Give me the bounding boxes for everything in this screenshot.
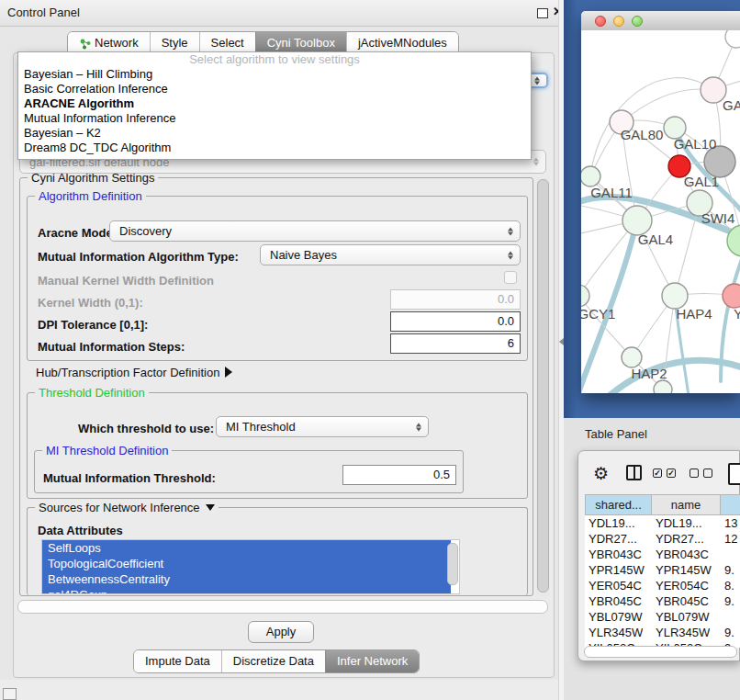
minimize-window-icon[interactable]: [613, 16, 624, 27]
combo-arrows-icon: [533, 158, 539, 166]
unchecked-box-icon[interactable]: [703, 469, 712, 478]
control-panel: Control Panel ✕ NetworkStyleSelectCyni T…: [0, 0, 564, 680]
algorithm-dropdown-popup: Select algorithm to view settings Bayesi…: [17, 51, 532, 160]
table-row[interactable]: YPR145WYPR145W9.: [585, 562, 740, 578]
network-node[interactable]: [723, 284, 740, 308]
algorithm-option[interactable]: Bayesian – K2: [18, 126, 531, 141]
table-body: YDL19...YDL19...13YDR27...YDR27...12YBR0…: [585, 515, 740, 648]
checked-box-icon[interactable]: ✓: [667, 469, 676, 478]
network-node[interactable]: [581, 285, 589, 307]
table-row[interactable]: YBR045CYBR045C9.: [585, 593, 740, 609]
network-node[interactable]: [581, 166, 600, 186]
network-node[interactable]: [725, 30, 740, 48]
network-node-label: GAL1: [684, 174, 719, 189]
manual-kernel-checkbox[interactable]: [504, 271, 517, 284]
table-cell[interactable]: 13: [724, 515, 737, 531]
network-edge: [622, 89, 713, 122]
mi-steps-field[interactable]: 6: [390, 333, 521, 354]
attribute-list-item[interactable]: SelfLoops: [42, 540, 451, 556]
algorithm-option[interactable]: Dream8 DC_TDC Algorithm: [18, 141, 531, 155]
attribute-list-item[interactable]: gal4RGexp: [42, 587, 451, 594]
table-cell[interactable]: YDR27...: [589, 531, 637, 547]
gear-icon[interactable]: ⚙: [593, 466, 609, 482]
table-cell[interactable]: YLR345W: [589, 625, 643, 640]
table-panel: Table Panel ⚙ ✓ ✓ shared...name YDL19...…: [564, 418, 740, 700]
table-column-header[interactable]: shared...: [585, 494, 652, 515]
algorithm-option[interactable]: ARACNE Algorithm: [18, 96, 531, 111]
algorithm-option[interactable]: Basic Correlation Inference: [18, 82, 531, 96]
table-cell[interactable]: YBR045C: [656, 593, 709, 609]
table-panel-title: Table Panel: [585, 427, 647, 441]
table-cell[interactable]: YER054C: [589, 578, 642, 593]
kernel-width-field[interactable]: 0.0: [390, 289, 521, 310]
tab-discretize-data[interactable]: Discretize Data: [221, 650, 325, 672]
table-cell[interactable]: 12: [724, 531, 737, 547]
table-cell[interactable]: 9.: [724, 625, 734, 640]
algorithm-option[interactable]: Bayesian – Hill Climbing: [18, 67, 531, 82]
network-node-label: SWI4: [701, 210, 735, 226]
split-columns-icon[interactable]: [626, 465, 642, 480]
table-browser-window: ⚙ ✓ ✓ shared...name YDL19...YDL19...13YD…: [577, 450, 740, 661]
table-cell[interactable]: 9.: [724, 593, 734, 609]
network-node[interactable]: [662, 283, 688, 309]
table-cell[interactable]: YBL079W: [656, 609, 710, 625]
table-cell[interactable]: YPR145W: [589, 562, 645, 578]
attribute-list-item[interactable]: BetweennessCentrality: [42, 571, 451, 587]
table-cell[interactable]: YBR043C: [656, 547, 709, 562]
data-attributes-label: Data Attributes: [38, 524, 123, 537]
table-cell[interactable]: YER054C: [656, 578, 709, 593]
table-cell[interactable]: 9.: [724, 562, 734, 578]
table-row[interactable]: YBL079WYBL079W: [585, 609, 740, 625]
unchecked-box-icon[interactable]: [690, 469, 699, 478]
dpi-tolerance-field[interactable]: 0.0: [390, 311, 521, 332]
apply-button[interactable]: Apply: [248, 621, 314, 643]
table-cell[interactable]: YBR043C: [589, 547, 642, 562]
panel-grip-icon[interactable]: [3, 688, 17, 700]
table-row[interactable]: YBR043CYBR043C: [585, 547, 740, 562]
network-node[interactable]: [654, 380, 672, 393]
scrollbar-thumb[interactable]: [537, 179, 549, 593]
table-row[interactable]: YLR345WYLR345W9.: [585, 625, 740, 640]
aracne-mode-combobox[interactable]: Discovery: [109, 220, 521, 242]
table-cell[interactable]: YPR145W: [656, 562, 712, 578]
settings-horizontal-scrollbar[interactable]: [17, 600, 548, 614]
table-horizontal-scrollbar[interactable]: [584, 646, 737, 658]
network-node[interactable]: [622, 347, 642, 367]
float-panel-icon[interactable]: [537, 8, 548, 18]
network-window-titlebar[interactable]: [581, 11, 740, 31]
table-cell[interactable]: YDL19...: [656, 515, 702, 531]
application-window: Control Panel ✕ NetworkStyleSelectCyni T…: [0, 0, 740, 700]
control-panel-title: Control Panel: [7, 6, 80, 19]
settings-vertical-scrollbar[interactable]: [536, 177, 549, 596]
tab-infer-network[interactable]: Infer Network: [325, 650, 419, 672]
algorithm-option[interactable]: Mutual Information Inference: [18, 111, 531, 126]
kernel-width-label: Kernel Width (0,1):: [38, 296, 143, 310]
table-row[interactable]: YER054CYER054C8.: [585, 578, 740, 593]
table-cell[interactable]: YDL19...: [589, 515, 635, 531]
table-row[interactable]: YDR27...YDR27...12: [585, 531, 740, 547]
page-icon[interactable]: [728, 463, 740, 485]
which-threshold-combobox[interactable]: MI Threshold: [216, 416, 429, 437]
network-canvas[interactable]: GALGAL80GAL10GAL1SWI4GAL11GAL4GCY1HAP4YH…: [581, 30, 740, 393]
mi-threshold-field[interactable]: 0.5: [342, 465, 456, 485]
dpi-tolerance-label: DPI Tolerance [0,1]:: [38, 318, 148, 332]
checked-box-icon[interactable]: ✓: [653, 469, 662, 478]
data-attributes-list: SelfLoopsTopologicalCoefficientBetweenne…: [41, 539, 460, 594]
table-cell[interactable]: YBL079W: [589, 609, 643, 625]
manual-kernel-label: Manual Kernel Width Definition: [38, 274, 214, 288]
table-row[interactable]: YDL19...YDL19...13: [585, 515, 740, 531]
mi-type-combobox[interactable]: Naive Bayes: [260, 244, 521, 265]
table-column-header[interactable]: [721, 494, 740, 515]
table-column-header[interactable]: name: [652, 494, 721, 515]
attribute-list-item[interactable]: TopologicalCoefficient: [42, 556, 451, 571]
close-window-icon[interactable]: [595, 16, 606, 27]
table-cell[interactable]: 8.: [724, 578, 734, 593]
table-cell[interactable]: YDR27...: [656, 531, 704, 547]
list-scrollbar-thumb[interactable]: [447, 543, 458, 585]
hub-section-toggle[interactable]: Hub/Transcription Factor Definition: [36, 366, 232, 379]
control-panel-titlebar: Control Panel ✕: [0, 0, 564, 27]
table-cell[interactable]: YBR045C: [589, 593, 642, 609]
table-cell[interactable]: YLR345W: [656, 625, 710, 640]
tab-impute-data[interactable]: Impute Data: [134, 650, 221, 672]
zoom-window-icon[interactable]: [632, 16, 643, 27]
